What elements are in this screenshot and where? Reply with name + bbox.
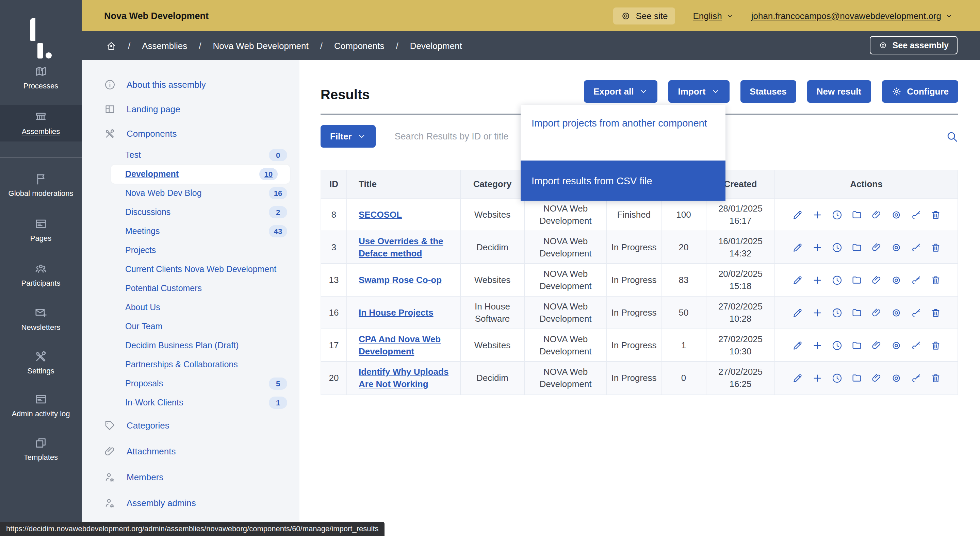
rail-item-admin-activity-log[interactable]: Admin activity log: [0, 384, 82, 427]
configure-button[interactable]: Configure: [882, 80, 958, 103]
rail-item-participants[interactable]: Participants: [0, 253, 82, 297]
sidebar-item-categories[interactable]: Categories: [82, 412, 299, 438]
add-action-icon[interactable]: [811, 242, 822, 253]
attachment-action-icon[interactable]: [871, 308, 882, 318]
permissions-action-icon[interactable]: [910, 373, 921, 384]
preview-action-icon[interactable]: [891, 308, 901, 318]
attachment-action-icon[interactable]: [871, 209, 882, 220]
edit-action-icon[interactable]: [792, 308, 803, 318]
sidebar-item-proposals[interactable]: Proposals5: [82, 374, 299, 393]
home-icon[interactable]: [106, 40, 116, 51]
sidebar-item-discussions[interactable]: Discussions2: [82, 203, 299, 222]
breadcrumb-item[interactable]: Assemblies: [142, 40, 187, 51]
sidebar-item-meetings[interactable]: Meetings43: [82, 222, 299, 241]
history-action-icon[interactable]: [831, 340, 842, 351]
import-button[interactable]: Import: [668, 80, 729, 103]
sidebar-item-development[interactable]: Development10: [111, 165, 290, 184]
rail-item-processes[interactable]: Processes: [0, 59, 82, 97]
search-icon[interactable]: [946, 130, 958, 143]
folder-action-icon[interactable]: [851, 274, 862, 285]
add-action-icon[interactable]: [811, 209, 822, 220]
sidebar-item-landing-page[interactable]: Landing page: [82, 97, 299, 121]
preview-action-icon[interactable]: [891, 209, 901, 220]
attachment-action-icon[interactable]: [871, 373, 882, 384]
delete-action-icon[interactable]: [930, 373, 941, 384]
history-action-icon[interactable]: [831, 242, 842, 253]
language-selector[interactable]: English: [693, 11, 733, 21]
statuses-button[interactable]: Statuses: [740, 80, 796, 103]
rail-item-templates[interactable]: Templates: [0, 428, 82, 470]
add-action-icon[interactable]: [811, 308, 822, 318]
sidebar-item-test[interactable]: Test0: [82, 146, 299, 165]
preview-action-icon[interactable]: [891, 242, 901, 253]
attachment-action-icon[interactable]: [871, 274, 882, 285]
sidebar-item-about-us[interactable]: About Us: [82, 298, 299, 317]
permissions-action-icon[interactable]: [910, 308, 921, 318]
folder-action-icon[interactable]: [851, 373, 862, 384]
sidebar-item-our-team[interactable]: Our Team: [82, 317, 299, 336]
rail-item-pages[interactable]: Pages: [0, 208, 82, 252]
edit-action-icon[interactable]: [792, 340, 803, 351]
breadcrumb-item[interactable]: Components: [334, 40, 384, 51]
result-title-link[interactable]: CPA And Nova Web Development: [359, 334, 453, 357]
delete-action-icon[interactable]: [930, 308, 941, 318]
see-site-button[interactable]: See site: [613, 7, 675, 24]
result-title-link[interactable]: SECOSOL: [359, 209, 402, 221]
permissions-action-icon[interactable]: [910, 274, 921, 285]
result-title-link[interactable]: Identify Why Uploads Are Not Working: [359, 366, 453, 390]
folder-action-icon[interactable]: [851, 242, 862, 253]
attachment-action-icon[interactable]: [871, 242, 882, 253]
sidebar-item-in-work-clients[interactable]: In-Work Clients1: [82, 393, 299, 412]
sidebar-item-assembly-admins[interactable]: Assembly admins: [82, 490, 299, 515]
add-action-icon[interactable]: [811, 274, 822, 285]
result-title-link[interactable]: Swamp Rose Co-op: [359, 274, 442, 286]
add-action-icon[interactable]: [811, 340, 822, 351]
history-action-icon[interactable]: [831, 274, 842, 285]
sidebar-item-decidim-business-plan-draft-[interactable]: Decidim Business Plan (Draft): [82, 336, 299, 355]
rail-item-assemblies[interactable]: Assemblies: [0, 105, 82, 141]
delete-action-icon[interactable]: [930, 209, 941, 220]
preview-action-icon[interactable]: [891, 274, 901, 285]
decidim-logo[interactable]: [0, 0, 82, 59]
edit-action-icon[interactable]: [792, 209, 803, 220]
dropdown-item-import-projects-from-another-component[interactable]: Import projects from another component: [520, 105, 725, 160]
sidebar-item-potential-customers[interactable]: Potential Customers: [82, 279, 299, 298]
rail-item-newsletters[interactable]: Newsletters: [0, 298, 82, 340]
sidebar-item-nova-web-dev-blog[interactable]: Nova Web Dev Blog16: [82, 184, 299, 203]
folder-action-icon[interactable]: [851, 308, 862, 318]
delete-action-icon[interactable]: [930, 242, 941, 253]
edit-action-icon[interactable]: [792, 373, 803, 384]
export-all-button[interactable]: Export all: [584, 80, 658, 103]
history-action-icon[interactable]: [831, 308, 842, 318]
breadcrumb-item[interactable]: Nova Web Development: [213, 40, 308, 51]
sidebar-item-about-this-assembly[interactable]: About this assembly: [82, 72, 299, 97]
delete-action-icon[interactable]: [930, 340, 941, 351]
permissions-action-icon[interactable]: [910, 340, 921, 351]
result-title-link[interactable]: Use Overrides & the Deface method: [359, 235, 453, 259]
sidebar-item-projects[interactable]: Projects: [82, 241, 299, 260]
see-assembly-button[interactable]: See assembly: [870, 36, 958, 54]
edit-action-icon[interactable]: [792, 242, 803, 253]
result-title-link[interactable]: In House Projects: [359, 307, 434, 319]
user-menu[interactable]: johan.francocampos@novawebdevelopment.or…: [751, 11, 953, 21]
delete-action-icon[interactable]: [930, 274, 941, 285]
permissions-action-icon[interactable]: [910, 242, 921, 253]
new-result-button[interactable]: New result: [807, 80, 871, 103]
add-action-icon[interactable]: [811, 373, 822, 384]
dropdown-item-import-results-from-csv-file[interactable]: Import results from CSV file: [520, 160, 725, 201]
permissions-action-icon[interactable]: [910, 209, 921, 220]
edit-action-icon[interactable]: [792, 274, 803, 285]
sidebar-item-current-clients-nova-web-development[interactable]: Current Clients Nova Web Development: [82, 260, 299, 279]
sidebar-item-components[interactable]: Components: [82, 121, 299, 146]
folder-action-icon[interactable]: [851, 340, 862, 351]
filter-button[interactable]: Filter: [321, 125, 375, 147]
sidebar-item-members[interactable]: Members: [82, 464, 299, 490]
attachment-action-icon[interactable]: [871, 340, 882, 351]
sidebar-item-partnerships-collaborations[interactable]: Partnerships & Collaborations: [82, 355, 299, 374]
preview-action-icon[interactable]: [891, 373, 901, 384]
rail-item-global-moderations[interactable]: Global moderations: [0, 163, 82, 207]
history-action-icon[interactable]: [831, 373, 842, 384]
rail-item-settings[interactable]: Settings: [0, 341, 82, 383]
preview-action-icon[interactable]: [891, 340, 901, 351]
folder-action-icon[interactable]: [851, 209, 862, 220]
